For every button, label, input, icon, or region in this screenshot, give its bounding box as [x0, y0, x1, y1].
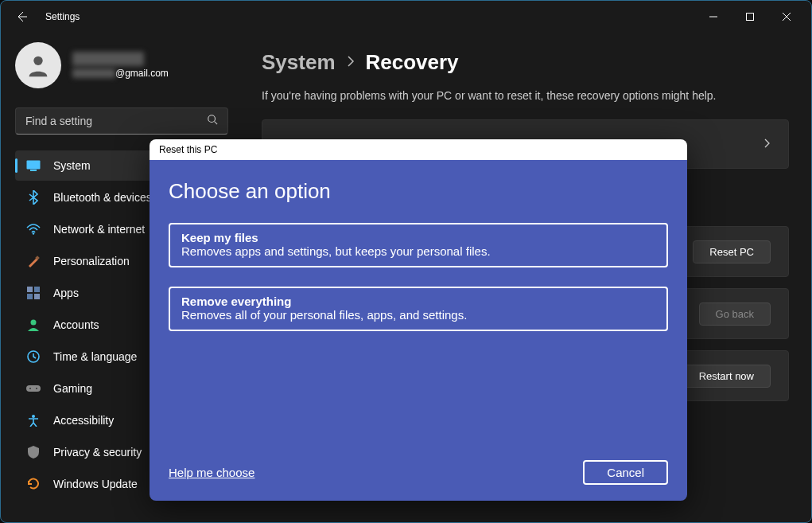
page-description: If you're having problems with your PC o…: [262, 89, 789, 102]
sidebar-item-label: Apps: [53, 287, 79, 299]
option-keep-my-files[interactable]: Keep my files Removes apps and settings,…: [169, 223, 668, 267]
search-icon: [207, 114, 218, 128]
system-icon: [26, 158, 41, 173]
dialog-title: Reset this PC: [150, 139, 687, 160]
svg-rect-10: [34, 294, 40, 299]
go-back-button[interactable]: Go back: [699, 302, 771, 326]
sidebar-item-label: Privacy & security: [53, 446, 142, 459]
svg-point-11: [31, 320, 37, 326]
maximize-button[interactable]: [732, 4, 768, 29]
titlebar: Settings: [1, 1, 811, 33]
chevron-right-icon: [764, 137, 771, 151]
sidebar-item-label: Bluetooth & devices: [53, 191, 152, 204]
user-email-suffix: @gmail.com: [115, 68, 169, 79]
dialog-heading: Choose an option: [169, 179, 668, 204]
sidebar-item-label: Windows Update: [53, 478, 138, 490]
option-title: Keep my files: [181, 231, 655, 244]
svg-rect-4: [30, 170, 37, 171]
sidebar-item-label: Accessibility: [53, 414, 114, 427]
reset-pc-button[interactable]: Reset PC: [693, 240, 771, 263]
svg-point-5: [33, 232, 34, 234]
user-email-redacted: [72, 68, 115, 78]
svg-rect-7: [27, 287, 33, 292]
personalization-icon: [26, 254, 41, 268]
option-remove-everything[interactable]: Remove everything Removes all of your pe…: [169, 287, 668, 331]
chevron-right-icon: [347, 54, 355, 71]
accessibility-icon: [26, 413, 41, 427]
time-icon: [26, 349, 41, 364]
user-name-redacted: [72, 52, 144, 66]
sidebar-item-label: Gaming: [53, 382, 92, 395]
minimize-button[interactable]: [695, 4, 732, 29]
breadcrumb-current: Recovery: [366, 50, 459, 75]
search-box[interactable]: [15, 107, 228, 135]
svg-point-2: [208, 115, 216, 123]
network-icon: [26, 222, 41, 236]
update-icon: [26, 477, 41, 491]
gaming-icon: [26, 381, 41, 396]
sidebar-item-label: Personalization: [53, 255, 130, 267]
window-title: Settings: [45, 11, 80, 22]
sidebar-item-label: Accounts: [53, 318, 99, 331]
settings-window: Settings @gmail.com: [0, 0, 812, 523]
svg-rect-8: [34, 287, 40, 292]
sidebar-item-label: Network & internet: [53, 223, 145, 236]
help-me-choose-link[interactable]: Help me choose: [169, 466, 254, 479]
option-title: Remove everything: [181, 295, 655, 308]
privacy-icon: [26, 445, 41, 459]
breadcrumb-parent[interactable]: System: [262, 50, 336, 75]
svg-rect-0: [747, 14, 754, 21]
reset-pc-dialog: Reset this PC Choose an option Keep my f…: [150, 139, 687, 501]
breadcrumb: System Recovery: [262, 50, 789, 75]
user-header[interactable]: @gmail.com: [15, 42, 239, 88]
svg-point-14: [29, 388, 31, 389]
svg-point-15: [36, 388, 37, 389]
option-desc: Removes apps and settings, but keeps you…: [181, 244, 655, 258]
svg-point-1: [33, 57, 42, 65]
svg-rect-13: [26, 385, 41, 392]
accounts-icon: [26, 318, 41, 332]
apps-icon: [26, 286, 41, 300]
bluetooth-icon: [26, 190, 41, 205]
sidebar-item-label: System: [53, 159, 91, 172]
svg-point-16: [32, 415, 35, 418]
option-desc: Removes all of your personal files, apps…: [181, 308, 655, 322]
sidebar-item-label: Time & language: [53, 350, 137, 363]
cancel-button[interactable]: Cancel: [583, 460, 668, 485]
close-button[interactable]: [768, 4, 805, 29]
avatar: [15, 42, 61, 88]
svg-rect-9: [27, 294, 33, 299]
restart-now-button[interactable]: Restart now: [682, 365, 771, 388]
svg-rect-3: [27, 161, 41, 170]
back-button[interactable]: [14, 9, 29, 25]
search-input[interactable]: [25, 115, 207, 127]
